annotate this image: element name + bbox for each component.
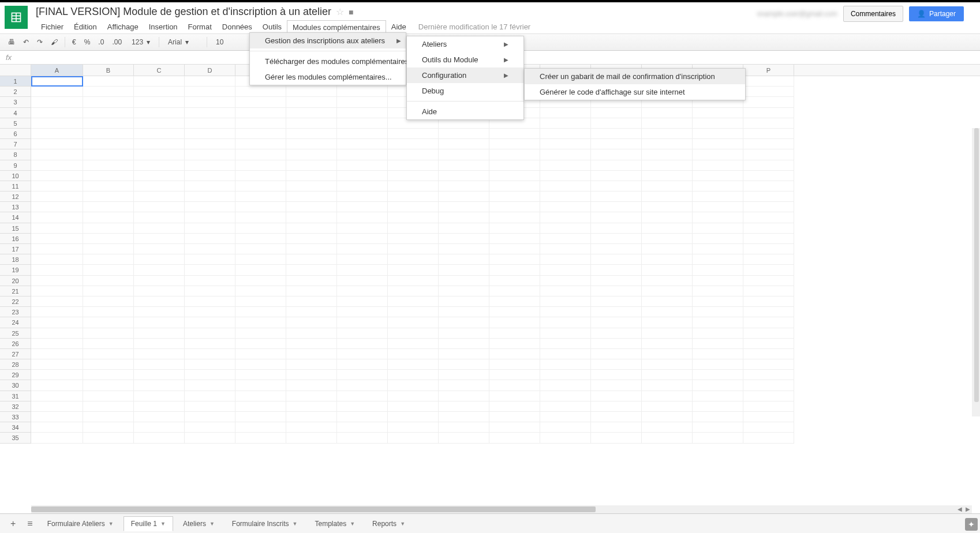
cell[interactable] <box>591 234 642 244</box>
cell[interactable] <box>185 181 235 192</box>
cell[interactable] <box>286 160 337 171</box>
cell[interactable] <box>286 192 337 202</box>
cell[interactable] <box>83 328 134 339</box>
cell[interactable] <box>134 118 185 129</box>
cell[interactable] <box>439 223 489 234</box>
cell[interactable] <box>439 276 489 286</box>
cell[interactable] <box>134 139 185 149</box>
cell[interactable] <box>185 212 235 223</box>
cell[interactable] <box>388 317 439 328</box>
cell[interactable] <box>235 370 286 380</box>
cell[interactable] <box>388 349 439 359</box>
cell[interactable] <box>540 296 591 307</box>
cell[interactable] <box>439 202 489 212</box>
submenu-ateliers[interactable]: Ateliers ▶ <box>407 36 523 52</box>
cell[interactable] <box>235 108 286 118</box>
cell[interactable] <box>286 339 337 349</box>
cell[interactable] <box>693 359 743 370</box>
cell[interactable] <box>31 391 83 401</box>
cell[interactable] <box>591 223 642 234</box>
scroll-right-icon[interactable]: ▶ <box>964 505 972 513</box>
column-header[interactable]: B <box>83 65 134 76</box>
cell[interactable] <box>134 307 185 317</box>
cell[interactable] <box>83 171 134 181</box>
cell[interactable] <box>489 192 540 202</box>
cell[interactable] <box>591 244 642 254</box>
cell[interactable] <box>439 149 489 160</box>
user-email[interactable]: example.user@gmail.com <box>757 10 837 18</box>
cell[interactable] <box>489 391 540 401</box>
cell[interactable] <box>83 307 134 317</box>
cell[interactable] <box>439 359 489 370</box>
cell[interactable] <box>31 139 83 149</box>
cell[interactable] <box>134 244 185 254</box>
cell[interactable] <box>31 202 83 212</box>
cell[interactable] <box>591 307 642 317</box>
cell[interactable] <box>286 244 337 254</box>
cell[interactable] <box>642 108 693 118</box>
paint-format-icon[interactable]: 🖌 <box>47 36 61 48</box>
column-header[interactable]: C <box>134 65 185 76</box>
cell[interactable] <box>489 202 540 212</box>
row-header[interactable]: 25 <box>0 328 31 339</box>
cell[interactable] <box>439 380 489 391</box>
row-header[interactable]: 34 <box>0 422 31 433</box>
cell[interactable] <box>591 370 642 380</box>
row-header[interactable]: 29 <box>0 370 31 380</box>
cell[interactable] <box>83 296 134 307</box>
cell[interactable] <box>337 401 388 412</box>
font-size-select[interactable]: 10 <box>211 36 229 48</box>
cell[interactable] <box>31 108 83 118</box>
cell[interactable] <box>83 380 134 391</box>
cell[interactable] <box>337 244 388 254</box>
cell[interactable] <box>235 401 286 412</box>
cell[interactable] <box>693 412 743 422</box>
row-header[interactable]: 30 <box>0 380 31 391</box>
cell[interactable] <box>743 422 794 433</box>
hscroll-thumb[interactable] <box>31 506 596 512</box>
cell[interactable] <box>31 317 83 328</box>
cell[interactable] <box>439 181 489 192</box>
cell[interactable] <box>185 307 235 317</box>
font-select[interactable]: Arial▾ <box>163 36 203 48</box>
cell[interactable] <box>134 391 185 401</box>
cell[interactable] <box>134 212 185 223</box>
row-header[interactable]: 19 <box>0 265 31 275</box>
cell[interactable] <box>185 160 235 171</box>
cell[interactable] <box>591 192 642 202</box>
cell[interactable] <box>83 139 134 149</box>
cell[interactable] <box>235 307 286 317</box>
cell[interactable] <box>489 412 540 422</box>
cell[interactable] <box>185 223 235 234</box>
cell[interactable] <box>185 286 235 296</box>
cell[interactable] <box>540 244 591 254</box>
cell[interactable] <box>286 149 337 160</box>
cell[interactable] <box>235 276 286 286</box>
cell[interactable] <box>83 254 134 265</box>
cell[interactable] <box>591 139 642 149</box>
cell[interactable] <box>83 244 134 254</box>
cell[interactable] <box>540 212 591 223</box>
star-icon[interactable]: ☆ <box>336 6 344 17</box>
cell[interactable] <box>31 296 83 307</box>
cell[interactable] <box>134 254 185 265</box>
cell[interactable] <box>31 97 83 107</box>
cell[interactable] <box>185 97 235 107</box>
cell[interactable] <box>743 202 794 212</box>
cell[interactable] <box>134 192 185 202</box>
cell[interactable] <box>235 391 286 401</box>
cell[interactable] <box>134 149 185 160</box>
cell[interactable] <box>337 412 388 422</box>
cell[interactable] <box>134 317 185 328</box>
row-header[interactable]: 22 <box>0 296 31 307</box>
cell[interactable] <box>83 202 134 212</box>
cell[interactable] <box>337 223 388 234</box>
submenu-help[interactable]: Aide <box>407 104 523 119</box>
cell[interactable] <box>489 359 540 370</box>
cell[interactable] <box>83 286 134 296</box>
row-header[interactable]: 6 <box>0 129 31 139</box>
cell[interactable] <box>286 401 337 412</box>
cell[interactable] <box>591 265 642 275</box>
menu-insert[interactable]: Insertion <box>144 20 183 34</box>
cell[interactable] <box>337 370 388 380</box>
